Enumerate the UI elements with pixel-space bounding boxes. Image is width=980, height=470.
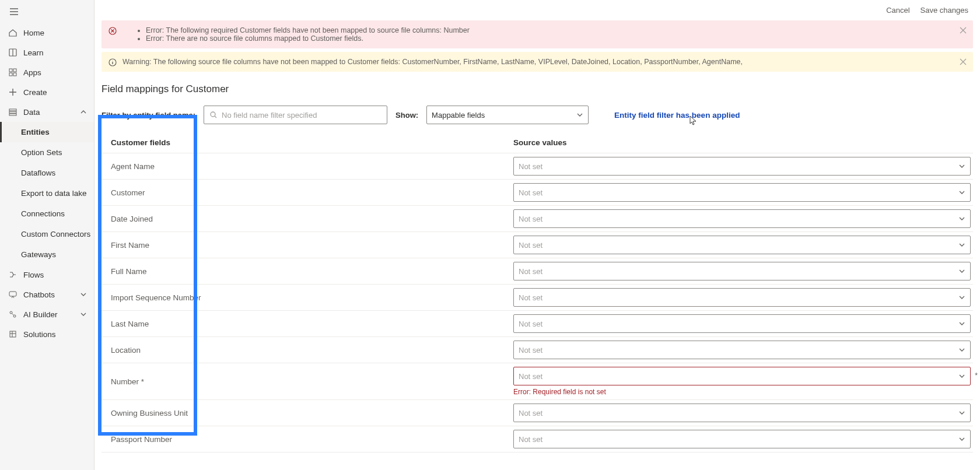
close-icon[interactable] (959, 58, 967, 66)
field-name: Date Joined (111, 215, 513, 223)
source-value-dropdown[interactable]: Not set (513, 314, 971, 333)
field-name: First Name (111, 241, 513, 250)
chevron-down-icon (80, 311, 87, 318)
nav-sub-gateways[interactable]: Gateways (0, 244, 94, 265)
show-dropdown[interactable]: Mappable fields (426, 106, 589, 124)
table-row: Full NameNot set (102, 258, 973, 285)
search-icon (209, 111, 218, 119)
source-value-dropdown[interactable]: Not set (513, 236, 971, 254)
top-action-bar: Cancel Save changes (94, 0, 980, 18)
book-icon (8, 48, 18, 57)
source-value-dropdown[interactable]: Not set (513, 430, 971, 448)
svg-rect-7 (9, 114, 16, 115)
field-name: Customer (111, 188, 513, 197)
filter-applied-message: Entity field filter has been applied (614, 111, 740, 120)
nav-label: Chatbots (23, 290, 55, 299)
filter-input[interactable] (204, 106, 387, 124)
dropdown-value: Not set (519, 188, 542, 197)
nav-ai-builder[interactable]: AI Builder (0, 304, 94, 324)
warning-banner: Warning: The following source file colum… (102, 52, 973, 72)
svg-rect-11 (10, 331, 16, 337)
source-value-dropdown[interactable]: Not set (513, 262, 971, 280)
field-name: Import Sequence Number (111, 293, 513, 302)
svg-rect-2 (13, 69, 16, 72)
svg-rect-8 (9, 292, 16, 296)
source-value-dropdown[interactable]: Not set (513, 404, 971, 422)
hamburger-icon[interactable] (9, 7, 19, 16)
source-value-cell: Not set (513, 341, 973, 359)
source-value-dropdown[interactable]: Not set (513, 367, 971, 385)
source-value-cell: Not set*Error: Required field is not set (513, 367, 973, 396)
nav-flows[interactable]: Flows (0, 265, 94, 285)
chevron-down-icon (958, 189, 965, 196)
filter-row: Filter by entity field name: Show: Mappa… (94, 100, 980, 134)
dropdown-value: Not set (519, 346, 542, 355)
nav-sub-connections[interactable]: Connections (0, 204, 94, 224)
nav-home[interactable]: Home (0, 23, 94, 43)
source-value-dropdown[interactable]: Not set (513, 157, 971, 176)
table-row: Number *Not set*Error: Required field is… (102, 363, 973, 400)
source-value-dropdown[interactable]: Not set (513, 288, 971, 307)
nav-sub-option-sets[interactable]: Option Sets (0, 142, 94, 163)
nav-sub-dataflows[interactable]: Dataflows (0, 163, 94, 183)
svg-rect-5 (9, 109, 16, 111)
source-value-cell: Not set (513, 236, 973, 254)
chevron-down-icon (958, 346, 965, 353)
source-value-dropdown[interactable]: Not set (513, 341, 971, 359)
chevron-down-icon (958, 215, 965, 222)
source-value-cell: Not set (513, 157, 973, 176)
chevron-down-icon (958, 268, 965, 275)
nav-apps[interactable]: Apps (0, 62, 94, 82)
nav-solutions[interactable]: Solutions (0, 324, 94, 344)
field-name: Location (111, 346, 513, 355)
nav-create[interactable]: Create (0, 82, 94, 102)
nav-sub-custom-connectors[interactable]: Custom Connectors (0, 224, 94, 244)
error-line: Error: There are no source file columns … (146, 34, 954, 43)
chatbot-icon (8, 290, 18, 299)
nav-sub-export[interactable]: Export to data lake (0, 183, 94, 204)
dropdown-value: Not set (519, 241, 542, 250)
required-indicator: * (975, 371, 978, 380)
svg-rect-6 (9, 111, 16, 113)
chevron-down-icon (958, 373, 965, 380)
field-name: Agent Name (111, 162, 513, 171)
svg-rect-4 (13, 73, 16, 76)
cancel-button[interactable]: Cancel (886, 6, 909, 15)
filter-label: Filter by entity field name: (102, 111, 195, 120)
field-mapping-table: Customer fields Source values Agent Name… (94, 134, 980, 453)
svg-point-9 (10, 311, 12, 314)
nav-chatbots[interactable]: Chatbots (0, 285, 94, 304)
table-row: Date JoinedNot set (102, 206, 973, 232)
nav-data[interactable]: Data (0, 102, 94, 122)
field-name: Owning Business Unit (111, 409, 513, 418)
table-row: First NameNot set (102, 232, 973, 258)
dropdown-value: Not set (519, 372, 542, 381)
chevron-down-icon (80, 291, 87, 298)
source-value-cell: Not set (513, 183, 973, 202)
info-icon (108, 58, 117, 66)
source-value-dropdown[interactable]: Not set (513, 209, 971, 228)
dropdown-value: Not set (519, 293, 542, 302)
show-value: Mappable fields (432, 111, 485, 120)
svg-rect-3 (9, 73, 12, 76)
save-changes-button[interactable]: Save changes (921, 6, 968, 15)
chevron-down-icon (958, 320, 965, 327)
warning-text: Warning: The following source file colum… (123, 58, 743, 66)
nav-label: Solutions (23, 330, 56, 339)
source-value-dropdown[interactable]: Not set (513, 183, 971, 202)
field-name: Passport Number (111, 435, 513, 444)
column-header-customer-fields: Customer fields (111, 138, 513, 147)
source-value-cell: Not set (513, 430, 973, 448)
nav-learn[interactable]: Learn (0, 43, 94, 62)
nav-sub-entities[interactable]: Entities (0, 122, 94, 142)
solutions-icon (8, 329, 18, 339)
field-name: Last Name (111, 320, 513, 328)
source-value-cell: Not set (513, 404, 973, 422)
table-row: CustomerNot set (102, 180, 973, 206)
table-row: Import Sequence NumberNot set (102, 285, 973, 311)
page-title: Field mappings for Customer (94, 75, 980, 100)
close-icon[interactable] (959, 26, 967, 34)
chevron-down-icon (958, 241, 965, 248)
error-icon (108, 27, 117, 35)
field-error-text: Error: Required field is not set (513, 388, 971, 396)
